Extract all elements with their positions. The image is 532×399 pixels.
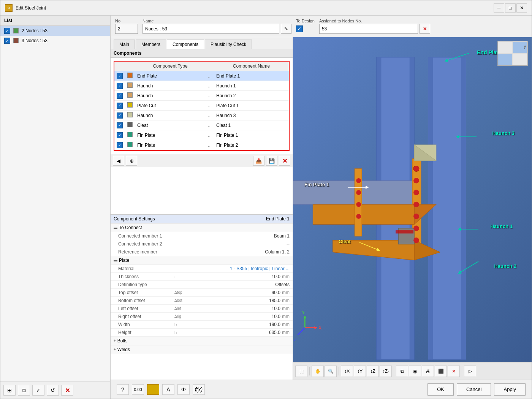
name-input[interactable] <box>142 24 279 34</box>
comp-checkbox[interactable]: ✓ <box>114 111 125 120</box>
tab-components[interactable]: Components <box>167 40 204 49</box>
sidebar-checkbox-2[interactable]: ✓ <box>4 38 10 44</box>
sidebar-add-button[interactable]: ⊞ <box>3 385 16 396</box>
comp-type: Fin Plate <box>135 140 206 150</box>
viewport-toolbar: ⬚ ✋ 🔍 ↕X ↕Y ↕Z ↕Z· ⧉ ◉ 🖨 <box>293 362 532 380</box>
list-import-btn[interactable]: 📥 <box>253 156 264 166</box>
comp-checkbox[interactable]: ✓ <box>114 71 125 81</box>
component-row[interactable]: ✓ Fin Plate ... Fin Plate 2 <box>114 140 289 150</box>
comp-checkbox[interactable]: ✓ <box>114 101 125 111</box>
footer-formula-btn[interactable]: f(x) <box>193 384 205 395</box>
to-design-checkbox[interactable]: ✓ <box>296 25 303 32</box>
width-value: 190.0mm <box>187 320 293 328</box>
to-connect-header[interactable]: ▬ To Connect <box>111 223 293 232</box>
comp-dots[interactable]: ... <box>206 71 214 81</box>
vp-print2-btn[interactable]: ⬛ <box>435 366 447 377</box>
cancel-button[interactable]: Cancel <box>457 383 491 396</box>
list-delete-btn[interactable]: ✕ <box>279 156 290 166</box>
definition-type-row: Definition type Offsets <box>111 280 293 288</box>
sidebar-item-1[interactable]: ✓ 2 Nodes : 53 <box>0 26 110 36</box>
comp-checkbox[interactable]: ✓ <box>114 140 125 150</box>
vp-zoom-btn[interactable]: 🔍 <box>325 366 337 377</box>
vp-copy-view-btn[interactable]: ⧉ <box>396 366 408 377</box>
vp-settings-btn[interactable]: ▷ <box>464 366 476 377</box>
member1-sym <box>171 232 187 240</box>
height-label: Height <box>111 328 171 336</box>
component-row[interactable]: ✓ Haunch ... Haunch 1 <box>114 81 289 91</box>
assigned-input[interactable] <box>319 24 418 34</box>
comp-checkbox[interactable]: ✓ <box>114 120 125 130</box>
sidebar-copy-button[interactable]: ⧉ <box>18 385 30 396</box>
no-label: No. <box>115 19 138 23</box>
vp-print-btn[interactable]: 🖨 <box>422 366 434 377</box>
vp-y-btn[interactable]: ↕Y <box>354 366 366 377</box>
component-row[interactable]: ✓ End Plate ... End Plate 1 <box>114 71 289 81</box>
right-panel: No. Name ✎ To Design ✓ A <box>111 16 532 399</box>
sidebar-delete-button[interactable]: ✕ <box>61 385 73 396</box>
height-sym: h <box>171 328 187 336</box>
material-value[interactable]: 1 - S355 | Isotropic | Linear ... <box>187 265 293 273</box>
fin-plate-arrow <box>348 182 371 193</box>
footer-eye-btn[interactable]: 👁 <box>177 384 190 395</box>
sidebar-check-button[interactable]: ✓ <box>32 385 44 396</box>
vp-move-btn[interactable]: ✋ <box>312 366 324 377</box>
minimap[interactable]: y <box>497 41 528 66</box>
vp-z-btn[interactable]: ↕Z <box>367 366 379 377</box>
apply-button[interactable]: Apply <box>494 383 526 396</box>
top-offset-sym: Δtop <box>171 288 187 296</box>
tab-plausibility[interactable]: Plausibility Check <box>205 40 252 49</box>
minimap-cell-3 <box>498 54 513 66</box>
name-edit-button[interactable]: ✎ <box>281 24 291 34</box>
comp-checkbox[interactable]: ✓ <box>114 130 125 140</box>
vp-select-btn[interactable]: ⬚ <box>295 366 307 377</box>
bolts-header[interactable]: + Bolts <box>111 337 293 345</box>
comp-dots[interactable]: ... <box>206 101 214 111</box>
component-row[interactable]: ✓ Plate Cut ... Plate Cut 1 <box>114 101 289 111</box>
list-add-btn[interactable]: ⊕ <box>126 156 137 166</box>
vp-render-btn[interactable]: ◉ <box>409 366 421 377</box>
comp-name: Fin Plate 1 <box>214 130 289 140</box>
sidebar-reset-button[interactable]: ↺ <box>47 385 59 396</box>
list-save-btn[interactable]: 💾 <box>266 156 277 166</box>
component-row[interactable]: ✓ Haunch ... Haunch 3 <box>114 111 289 120</box>
assigned-delete-button[interactable]: ✕ <box>420 24 430 34</box>
tab-members[interactable]: Members <box>136 40 166 49</box>
plate-section: ▬ Plate Material 1 - S355 | Isotropic | … <box>111 256 293 337</box>
name-label: Name <box>142 19 291 23</box>
component-row[interactable]: ✓ Cleat ... Cleat 1 <box>114 120 289 130</box>
vp-xz-btn[interactable]: ↕Z· <box>380 366 392 377</box>
sidebar-checkbox-1[interactable]: ✓ <box>4 28 10 34</box>
no-input[interactable] <box>115 24 138 34</box>
comp-checkbox[interactable]: ✓ <box>114 81 125 91</box>
ref-member-row: Reference member Column 1, 2 <box>111 248 293 256</box>
footer-color-btn[interactable] <box>147 384 159 395</box>
minimize-button[interactable]: ─ <box>494 3 504 13</box>
tab-main[interactable]: Main <box>114 40 135 49</box>
sidebar-item-2[interactable]: ✓ 3 Nodes : 53 <box>0 36 110 46</box>
ok-button[interactable]: OK <box>428 383 454 396</box>
comp-dots[interactable]: ... <box>206 111 214 120</box>
component-row[interactable]: ✓ Fin Plate ... Fin Plate 1 <box>114 130 289 140</box>
footer-help-btn[interactable]: ? <box>117 384 129 395</box>
vp-x-btn[interactable]: ↕X <box>341 366 353 377</box>
welds-header[interactable]: + Welds <box>111 345 293 354</box>
list-left-btn[interactable]: ◀ <box>113 156 124 166</box>
close-button[interactable]: ✕ <box>516 3 527 13</box>
settings-title: Component Settings <box>114 216 155 222</box>
sidebar-color-1 <box>13 28 19 33</box>
col-check-header <box>114 62 125 71</box>
footer-text-btn[interactable]: A <box>162 384 174 395</box>
vp-cancel-btn[interactable]: ✕ <box>448 366 460 377</box>
maximize-button[interactable]: □ <box>505 3 516 13</box>
comp-name: Haunch 3 <box>214 111 289 120</box>
comp-dots[interactable]: ... <box>206 120 214 130</box>
comp-checkbox[interactable]: ✓ <box>114 91 125 101</box>
viewport[interactable]: X Y Z End Plate <box>293 37 532 380</box>
comp-dots[interactable]: ... <box>206 91 214 101</box>
comp-dots[interactable]: ... <box>206 81 214 91</box>
comp-dots[interactable]: ... <box>206 140 214 150</box>
footer-zero-btn[interactable]: 0.00 <box>132 384 144 395</box>
component-row[interactable]: ✓ Haunch ... Haunch 2 <box>114 91 289 101</box>
comp-dots[interactable]: ... <box>206 130 214 140</box>
plate-header[interactable]: ▬ Plate <box>111 256 293 265</box>
